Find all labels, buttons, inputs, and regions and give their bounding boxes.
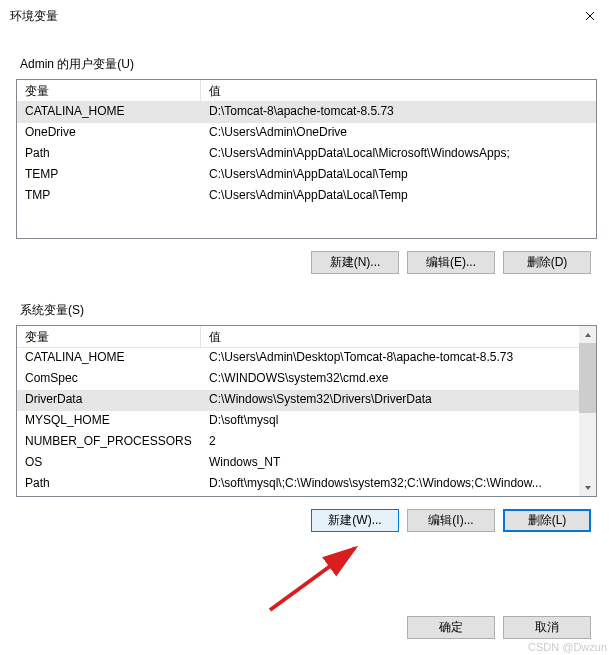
table-row[interactable]: CATALINA_HOMED:\Tomcat-8\apache-tomcat-8… [17,102,596,123]
table-row[interactable]: PathD:\soft\mysql\;C:\Windows\system32;C… [17,474,579,495]
title-bar: 环境变量 [0,0,613,32]
cell-value: D:\soft\mysql [201,411,579,432]
cell-value: Windows_NT [201,453,579,474]
table-row[interactable]: ComSpecC:\WINDOWS\system32\cmd.exe [17,369,579,390]
annotation-arrow [260,540,380,620]
scroll-down-icon[interactable] [579,479,596,496]
table-row[interactable]: MYSQL_HOMED:\soft\mysql [17,411,579,432]
svg-line-0 [270,548,355,610]
user-vars-list[interactable]: 变量 值 CATALINA_HOMED:\Tomcat-8\apache-tom… [16,79,597,239]
cell-value: D:\soft\mysql\;C:\Windows\system32;C:\Wi… [201,474,579,495]
cell-value: 2 [201,432,579,453]
cell-value: C:\Users\Admin\AppData\Local\Microsoft\W… [201,144,596,165]
scroll-thumb[interactable] [579,343,596,413]
cell-name: CATALINA_HOME [17,102,201,123]
scroll-up-icon[interactable] [579,326,596,343]
table-row[interactable]: OSWindows_NT [17,453,579,474]
cell-value: C:\WINDOWS\system32\cmd.exe [201,369,579,390]
table-row[interactable]: TEMPC:\Users\Admin\AppData\Local\Temp [17,165,596,186]
cell-value: C:\Users\Admin\OneDrive [201,123,596,144]
table-row[interactable]: CATALINA_HOMEC:\Users\Admin\Desktop\Tomc… [17,348,579,369]
cell-name: Path [17,474,201,495]
ok-button[interactable]: 确定 [407,616,495,639]
user-delete-button[interactable]: 删除(D) [503,251,591,274]
cell-name: CATALINA_HOME [17,348,201,369]
cell-value: C:\Windows\System32\Drivers\DriverData [201,390,579,411]
cell-name: ComSpec [17,369,201,390]
cell-value: D:\Tomcat-8\apache-tomcat-8.5.73 [201,102,596,123]
col-value[interactable]: 值 [201,326,596,348]
col-name[interactable]: 变量 [17,80,201,102]
system-delete-button[interactable]: 删除(L) [503,509,591,532]
user-new-button[interactable]: 新建(N)... [311,251,399,274]
col-name[interactable]: 变量 [17,326,201,348]
system-vars-list[interactable]: 变量 值 CATALINA_HOMEC:\Users\Admin\Desktop… [16,325,597,497]
cell-name: DriverData [17,390,201,411]
table-row[interactable]: NUMBER_OF_PROCESSORS2 [17,432,579,453]
user-vars-header: 变量 值 [17,80,596,102]
system-vars-header: 变量 值 [17,326,596,348]
cell-name: TEMP [17,165,201,186]
cell-name: TMP [17,186,201,207]
col-value[interactable]: 值 [201,80,596,102]
system-vars-scrollbar[interactable] [579,326,596,496]
close-button[interactable] [567,0,613,32]
cell-name: Path [17,144,201,165]
system-edit-button[interactable]: 编辑(I)... [407,509,495,532]
system-new-button[interactable]: 新建(W)... [311,509,399,532]
cancel-button[interactable]: 取消 [503,616,591,639]
system-vars-label: 系统变量(S) [20,302,597,319]
cell-name: MYSQL_HOME [17,411,201,432]
cell-name: OS [17,453,201,474]
cell-value: C:\Users\Admin\AppData\Local\Temp [201,165,596,186]
cell-value: C:\Users\Admin\AppData\Local\Temp [201,186,596,207]
close-icon [585,11,595,21]
window-title: 环境变量 [10,8,58,25]
cell-name: OneDrive [17,123,201,144]
table-row[interactable]: OneDriveC:\Users\Admin\OneDrive [17,123,596,144]
user-edit-button[interactable]: 编辑(E)... [407,251,495,274]
cell-name: NUMBER_OF_PROCESSORS [17,432,201,453]
table-row[interactable]: PathC:\Users\Admin\AppData\Local\Microso… [17,144,596,165]
user-vars-label: Admin 的用户变量(U) [20,56,597,73]
table-row[interactable]: TMPC:\Users\Admin\AppData\Local\Temp [17,186,596,207]
watermark: CSDN @Dwzun [528,641,607,653]
cell-value: C:\Users\Admin\Desktop\Tomcat-8\apache-t… [201,348,579,369]
table-row[interactable]: DriverDataC:\Windows\System32\Drivers\Dr… [17,390,579,411]
